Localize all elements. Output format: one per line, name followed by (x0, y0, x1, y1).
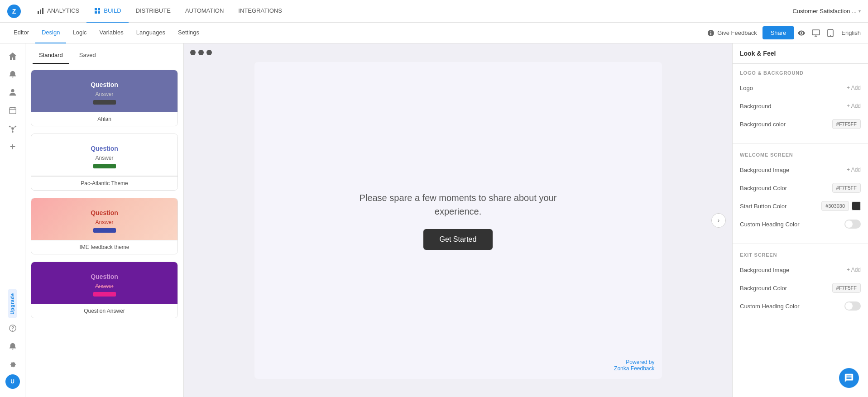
row-logo: Logo + Add (740, 81, 861, 95)
tab-settings[interactable]: Settings (172, 23, 206, 43)
get-started-button[interactable]: Get Started (423, 229, 493, 250)
tab-variables[interactable]: Variables (93, 23, 130, 43)
svg-rect-3 (812, 30, 820, 35)
svg-point-19 (12, 330, 13, 331)
title-dropdown-icon[interactable]: ▾ (858, 9, 861, 14)
row-background-color: Background color #F7F5FF (740, 117, 861, 131)
row-start-button-color: Start Button Color #303030 (740, 199, 861, 213)
theme-bar-ahlan (93, 100, 116, 105)
tab-editor[interactable]: Editor (7, 23, 35, 43)
background-color-value[interactable]: #F7F5FF (832, 119, 861, 129)
preview-icon[interactable] (794, 26, 809, 40)
sidebar-icon-settings[interactable] (5, 356, 21, 373)
theme-answer-qa: Answer (95, 283, 113, 289)
svg-point-14 (12, 131, 14, 133)
row-exit-bg-color: Background Color #F7F5FF (740, 281, 861, 295)
theme-bar-qa (93, 292, 116, 297)
svg-rect-7 (9, 108, 15, 114)
main-content: Upgrade U Standard Saved Question Answer (0, 43, 868, 397)
give-feedback-button[interactable]: Give Feedback (702, 29, 762, 37)
theme-tab-standard[interactable]: Standard (33, 49, 69, 64)
nav-build[interactable]: BUILD (86, 0, 128, 23)
theme-name-pac: Pac-Atlantic Theme (31, 176, 177, 190)
svg-point-13 (14, 126, 16, 128)
svg-rect-2 (42, 8, 43, 14)
sidebar-icon-home[interactable] (5, 48, 21, 64)
theme-answer-pac: Answer (95, 155, 113, 161)
label-exit-bg-image: Background Image (740, 267, 789, 273)
left-sidebar: Upgrade U (0, 43, 25, 397)
nav-analytics[interactable]: ANALYTICS (30, 0, 86, 23)
row-background: Background + Add (740, 99, 861, 113)
add-background-button[interactable]: + Add (847, 103, 861, 109)
theme-name-qa: Question Answer (31, 304, 177, 318)
second-nav: Editor Design Logic Variables Languages … (0, 23, 868, 43)
welcome-text: Please spare a few moments to share abou… (345, 191, 571, 218)
sidebar-icon-network[interactable] (5, 120, 21, 137)
theme-bar-ime (93, 228, 116, 233)
nav-distribute[interactable]: DISTRIBUTE (129, 0, 178, 23)
dot-2 (198, 50, 204, 55)
tab-logic[interactable]: Logic (66, 23, 93, 43)
theme-card-ahlan[interactable]: Question Answer Ahlan (31, 70, 178, 126)
section-title-welcome: WELCOME SCREEN (740, 152, 861, 158)
add-exit-bg-image-button[interactable]: + Add (847, 267, 861, 273)
tab-design[interactable]: Design (35, 23, 66, 43)
app-logo[interactable]: Z (7, 5, 21, 18)
theme-tabs: Standard Saved (25, 43, 183, 64)
theme-answer-ime: Answer (95, 219, 113, 225)
theme-card-pac[interactable]: Question Answer Pac-Atlantic Theme (31, 134, 178, 191)
dot-1 (190, 50, 196, 55)
label-welcome-bg-color: Background Color (740, 185, 787, 191)
mobile-icon[interactable] (823, 26, 838, 40)
row-welcome-bg-color: Background Color #F7F5FF (740, 181, 861, 195)
language-selector[interactable]: English (841, 29, 861, 36)
label-logo: Logo (740, 85, 753, 91)
sidebar-icon-notification[interactable] (5, 338, 21, 354)
theme-bar-pac (93, 164, 116, 168)
canvas-area: Please spare a few moments to share abou… (184, 43, 732, 397)
custom-heading-toggle[interactable] (844, 220, 861, 229)
label-welcome-bg-image: Background Image (740, 167, 789, 173)
canvas-next-button[interactable]: › (711, 213, 726, 228)
top-nav: Z ANALYTICS BUILD DISTRIBUTE AUTOMATION … (0, 0, 868, 23)
label-background-color: Background color (740, 121, 786, 128)
start-button-color-value[interactable]: #303030 (821, 201, 849, 211)
sidebar-icon-question[interactable] (5, 320, 21, 336)
tab-languages[interactable]: Languages (130, 23, 172, 43)
nav-integrations[interactable]: INTEGRATIONS (231, 0, 289, 23)
section-title-exit: EXIT SCREEN (740, 252, 861, 258)
exit-heading-toggle[interactable] (844, 301, 861, 311)
right-panel: Look & Feel LOGO & BACKGROUND Logo + Add… (732, 43, 868, 397)
theme-card-ime[interactable]: Question Answer IME feedback theme (31, 198, 178, 254)
section-exit-screen: EXIT SCREEN Background Image + Add Backg… (733, 246, 868, 324)
page-title: Customer Satisfaction ... (792, 8, 857, 14)
theme-answer-ahlan: Answer (95, 91, 113, 97)
chat-bubble[interactable] (839, 368, 859, 388)
user-avatar[interactable]: U (5, 374, 20, 389)
upgrade-button[interactable]: Upgrade (8, 289, 17, 318)
sidebar-icon-bell[interactable] (5, 66, 21, 82)
share-button[interactable]: Share (762, 26, 795, 39)
theme-panel: Standard Saved Question Answer Ahlan Que… (25, 43, 184, 397)
theme-name-ime: IME feedback theme (31, 240, 177, 254)
sidebar-icon-person[interactable] (5, 84, 21, 100)
theme-card-qa[interactable]: Question Answer Question Answer (31, 262, 178, 318)
add-welcome-bg-image-button[interactable]: + Add (847, 167, 861, 173)
start-button-color-swatch[interactable] (852, 201, 861, 210)
right-panel-title: Look & Feel (733, 43, 868, 64)
sidebar-icon-calendar[interactable] (5, 102, 21, 119)
row-exit-bg-image: Background Image + Add (740, 263, 861, 277)
exit-bg-color-value[interactable]: #F7F5FF (832, 283, 861, 293)
sidebar-icon-add[interactable] (5, 139, 21, 155)
desktop-icon[interactable] (809, 26, 823, 40)
theme-tab-saved[interactable]: Saved (73, 49, 102, 64)
row-custom-heading-color: Custom Heading Color (740, 217, 861, 231)
svg-rect-1 (40, 10, 41, 14)
sidebar-bottom: Upgrade U (5, 289, 21, 392)
add-logo-button[interactable]: + Add (847, 85, 861, 91)
welcome-bg-color-value[interactable]: #F7F5FF (832, 183, 861, 193)
row-welcome-bg-image: Background Image + Add (740, 163, 861, 177)
nav-automation[interactable]: AUTOMATION (178, 0, 231, 23)
label-exit-bg-color: Background Color (740, 285, 787, 292)
